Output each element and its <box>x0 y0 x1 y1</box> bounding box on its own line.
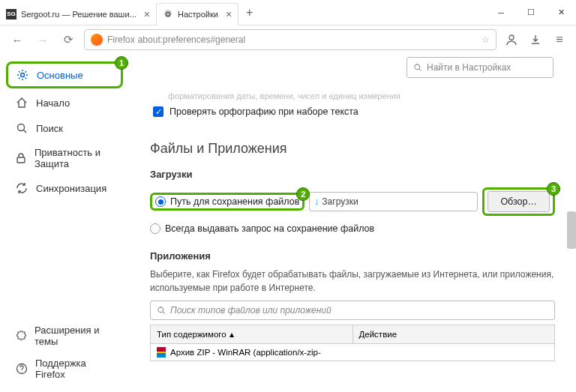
cutoff-text: форматирования даты, времени, чисел и ед… <box>150 91 555 100</box>
url-path: about:preferences#general <box>138 34 245 45</box>
radio-always-ask-label: Всегда выдавать запрос на сохранение фай… <box>165 223 374 234</box>
col-content-type[interactable]: Тип содержимого ▴ <box>151 325 353 343</box>
sidebar-item-privacy[interactable]: Приватность и Защита <box>8 142 122 174</box>
account-icon[interactable] <box>502 31 520 49</box>
svg-point-2 <box>18 124 25 131</box>
home-icon <box>15 96 28 109</box>
annotation-badge-1: 1 <box>115 56 128 70</box>
search-placeholder: Найти в Настройках <box>427 62 511 73</box>
apps-table: Тип содержимого ▴ Действие Архив ZIP - W… <box>150 325 555 361</box>
minimize-button[interactable]: ─ <box>486 0 516 25</box>
sort-up-icon: ▴ <box>230 329 234 340</box>
sidebar-label: Синхронизация <box>36 183 106 194</box>
maximize-button[interactable]: ☐ <box>516 0 546 25</box>
search-icon <box>157 306 166 315</box>
spellcheck-label: Проверять орфографию при наборе текста <box>170 106 358 117</box>
annotation-badge-2: 2 <box>296 187 310 201</box>
sidebar-label: Поддержка Firefox <box>35 358 114 380</box>
svg-point-1 <box>21 73 25 77</box>
scrollbar[interactable] <box>567 211 576 249</box>
browse-button-highlight: 3 Обзор… <box>482 187 555 216</box>
close-icon[interactable]: × <box>144 8 150 20</box>
sidebar-item-extensions[interactable]: Расширения и темы <box>8 320 122 352</box>
sidebar-item-home[interactable]: Начало <box>8 91 122 114</box>
browse-button[interactable]: Обзор… <box>488 191 550 212</box>
radio-unchecked-icon[interactable] <box>150 223 160 234</box>
download-path-row: 2 Путь для сохранения файлов ↓ Загрузки … <box>150 187 555 216</box>
sidebar-label: Основные <box>37 70 83 81</box>
menu-icon[interactable]: ≡ <box>550 31 568 49</box>
puzzle-icon <box>15 329 27 343</box>
radio-save-path-highlight: 2 Путь для сохранения файлов <box>150 193 304 211</box>
col-action[interactable]: Действие <box>353 325 555 343</box>
table-header: Тип содержимого ▴ Действие <box>151 325 554 344</box>
sidebar-item-search[interactable]: Поиск <box>8 117 122 139</box>
table-row[interactable]: Архив ZIP - WinRAR (application/x-zip- <box>151 344 554 361</box>
spellcheck-option[interactable]: ✓ Проверять орфографию при наборе текста <box>150 106 555 117</box>
radio-checked-icon[interactable] <box>155 196 166 207</box>
bookmark-star-icon[interactable]: ☆ <box>482 34 490 45</box>
checkbox-checked-icon[interactable]: ✓ <box>153 106 164 117</box>
annotation-badge-3: 3 <box>547 182 560 196</box>
tab-settings[interactable]: Настройки × <box>157 3 238 25</box>
apps-search-placeholder: Поиск типов файлов или приложений <box>170 305 332 316</box>
content: 1 Основные Начало Поиск Приватность и За… <box>0 54 576 392</box>
apps-search[interactable]: Поиск типов файлов или приложений <box>150 301 555 320</box>
close-icon[interactable]: × <box>226 8 232 20</box>
tab-title: Sergoot.ru — Решение ваши... <box>21 10 136 19</box>
radio-save-path-label: Путь для сохранения файлов <box>170 196 299 207</box>
favicon-sg: SG <box>6 9 16 19</box>
apps-heading: Приложения <box>150 250 555 262</box>
sidebar-label: Поиск <box>36 123 63 134</box>
lock-icon <box>15 151 27 165</box>
section-files-apps: Файлы и Приложения <box>150 141 555 157</box>
titlebar: SG Sergoot.ru — Решение ваши... × Настро… <box>0 0 576 25</box>
search-icon <box>413 63 422 72</box>
firefox-icon <box>91 34 103 46</box>
close-button[interactable]: ✕ <box>546 0 576 25</box>
downloads-icon[interactable] <box>526 31 544 49</box>
sidebar-item-general[interactable]: 1 Основные <box>6 61 123 88</box>
tab-title: Настройки <box>178 10 218 19</box>
gear-icon <box>16 68 29 82</box>
sync-icon <box>15 181 28 195</box>
radio-always-ask-row[interactable]: Всегда выдавать запрос на сохранение фай… <box>150 223 555 234</box>
sidebar-item-support[interactable]: Поддержка Firefox <box>8 353 122 385</box>
sidebar-item-sync[interactable]: Синхронизация <box>8 177 122 199</box>
svg-point-5 <box>415 64 420 70</box>
search-icon <box>15 121 28 135</box>
download-folder-field[interactable]: ↓ Загрузки <box>309 192 478 211</box>
forward-button[interactable]: → <box>33 30 52 49</box>
svg-point-6 <box>158 307 164 313</box>
apps-description: Выберите, как Firefox будет обрабатывать… <box>150 268 555 295</box>
url-prefix: Firefox <box>107 34 135 45</box>
toolbar: ← → ⟳ Firefox about:preferences#general … <box>0 25 576 54</box>
help-icon <box>15 362 28 376</box>
downloads-heading: Загрузки <box>150 169 555 180</box>
download-folder-label: Загрузки <box>322 196 358 207</box>
sidebar-label: Приватность и Защита <box>34 147 114 169</box>
svg-rect-3 <box>17 157 25 163</box>
sidebar-label: Расширения и темы <box>34 325 114 347</box>
window-controls: ─ ☐ ✕ <box>486 0 576 25</box>
svg-point-0 <box>509 35 514 40</box>
row-content-type: Архив ZIP - WinRAR (application/x-zip- <box>170 348 321 357</box>
main-panel: Найти в Настройках форматирования даты, … <box>129 54 576 392</box>
newtab-button[interactable]: + <box>238 6 260 19</box>
tab-sergoot[interactable]: SG Sergoot.ru — Решение ваши... × <box>0 3 157 25</box>
sidebar: 1 Основные Начало Поиск Приватность и За… <box>0 54 129 392</box>
gear-icon <box>163 9 173 19</box>
winrar-icon <box>157 347 166 358</box>
sidebar-label: Начало <box>36 97 70 109</box>
reload-button[interactable]: ⟳ <box>58 30 78 49</box>
download-arrow-icon: ↓ <box>314 196 319 207</box>
back-button[interactable]: ← <box>8 30 27 49</box>
url-bar[interactable]: Firefox about:preferences#general ☆ <box>84 29 496 50</box>
settings-search[interactable]: Найти в Настройках <box>406 57 554 78</box>
